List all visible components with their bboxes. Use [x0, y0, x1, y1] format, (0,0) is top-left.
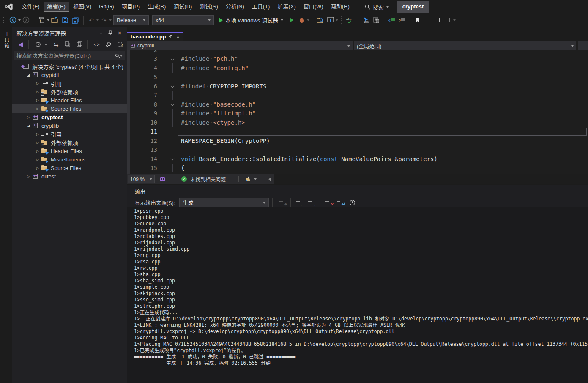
document-outline-button[interactable] — [372, 15, 380, 25]
previous-message-icon[interactable]: ← — [295, 198, 304, 207]
navigate-back-button[interactable] — [8, 15, 17, 25]
previous-bookmark-button[interactable] — [424, 15, 432, 25]
next-message-icon[interactable]: → — [306, 198, 316, 207]
tree-row[interactable]: ▷Miscellaneous — [12, 155, 127, 164]
platform-select[interactable]: x64 — [152, 15, 214, 25]
word-wrap-icon[interactable]: ↵ — [336, 198, 345, 207]
toolbar-overflow-icon[interactable] — [453, 19, 456, 22]
redo-dropdown-icon[interactable] — [109, 19, 112, 22]
collapsed-arrow-icon[interactable]: ▷ — [34, 166, 41, 170]
timestamp-icon[interactable] — [347, 198, 357, 207]
fold-chevron-icon[interactable] — [157, 100, 179, 109]
collapsed-arrow-icon[interactable]: ▷ — [34, 82, 41, 85]
code-cleanup-dropdown-icon[interactable] — [254, 178, 257, 181]
browser-link-dropdown-icon[interactable] — [336, 19, 338, 22]
menu-item[interactable]: 分析(N) — [222, 2, 248, 12]
collapsed-arrow-icon[interactable]: ▷ — [34, 149, 41, 153]
health-check-icon[interactable]: ✓ — [181, 176, 187, 182]
expanded-arrow-icon[interactable]: ◢ — [25, 73, 32, 77]
tree-row[interactable]: ▷Source Files — [12, 104, 127, 113]
pin-tab-icon[interactable] — [169, 34, 173, 39]
navigate-forward-button[interactable] — [22, 15, 30, 25]
tree-row[interactable]: ◢cryptdll — [12, 71, 127, 79]
project-dropdown[interactable]: cryptdll — [127, 41, 353, 50]
tree-row[interactable]: ▷引用 — [12, 79, 127, 88]
spell-check-button[interactable]: abc — [345, 15, 355, 25]
undo-button[interactable]: ↶ — [87, 15, 96, 25]
menu-item[interactable]: 窗口(W) — [300, 2, 327, 12]
collapsed-arrow-icon[interactable]: ▷ — [34, 90, 41, 94]
switch-views-icon[interactable] — [17, 41, 24, 48]
open-folder-button[interactable] — [50, 15, 59, 25]
tree-row[interactable]: ▷Header Files — [12, 96, 127, 104]
tree-row[interactable]: ▷外部依赖项 — [12, 88, 127, 96]
tree-row[interactable]: ▷引用 — [12, 130, 127, 138]
tree-row[interactable]: ▷外部依赖项 — [12, 138, 127, 147]
collapsed-arrow-icon[interactable]: ▷ — [25, 175, 32, 178]
format-document-button[interactable]: ? — [398, 15, 406, 25]
fold-chevron-icon[interactable] — [157, 82, 179, 91]
tree-row[interactable]: ▷Header Files — [12, 147, 127, 155]
collapsed-arrow-icon[interactable]: ▷ — [25, 115, 32, 119]
redo-button[interactable]: ↷ — [100, 15, 108, 25]
output-source-select[interactable]: 生成 — [179, 198, 269, 207]
fold-chevron-icon[interactable] — [157, 154, 179, 164]
menu-item[interactable]: 帮助(H) — [327, 2, 353, 12]
collapsed-arrow-icon[interactable]: ▷ — [34, 132, 41, 136]
scroll-left-icon[interactable] — [268, 177, 271, 181]
menu-item[interactable]: 生成(B) — [144, 2, 170, 12]
menu-item[interactable]: 项目(P) — [118, 2, 144, 12]
solution-name-badge[interactable]: cryptest — [397, 1, 429, 13]
menu-item[interactable]: 工具(T) — [248, 2, 274, 12]
menu-item[interactable]: 文件(F) — [18, 2, 44, 12]
view-code-icon[interactable]: <> — [94, 41, 100, 48]
navigate-back-dropdown-icon[interactable] — [18, 19, 21, 22]
new-project-dropdown-icon[interactable] — [47, 19, 49, 22]
close-button[interactable]: × — [116, 29, 123, 37]
output-log[interactable]: 1>pssr.cpp1>pubkey.cpp1>queue.cpp1>randp… — [127, 207, 588, 383]
member-dropdown[interactable] — [578, 41, 588, 50]
start-debugging-button[interactable]: 本地 Windows 调试器 — [219, 16, 283, 24]
menu-item[interactable]: Git(G) — [95, 2, 118, 12]
copilot-status-icon[interactable] — [160, 177, 165, 181]
hot-reload-dropdown-icon[interactable] — [307, 19, 309, 22]
browser-link-button[interactable] — [326, 15, 335, 25]
tab-basecode-cpp[interactable]: basecode.cpp × — [127, 32, 183, 41]
menu-item[interactable]: 扩展(X) — [273, 2, 299, 12]
collapsed-arrow-icon[interactable]: ▷ — [34, 98, 41, 102]
code-editor[interactable]: 23#include·"pch.h"4#include·"config.h"56… — [127, 50, 588, 174]
pending-changes-filter-icon[interactable] — [35, 41, 41, 48]
collapsed-arrow-icon[interactable]: ▷ — [34, 107, 41, 111]
window-position-menu-icon[interactable] — [97, 29, 105, 37]
tree-row[interactable]: ◢cryptlib — [12, 121, 127, 130]
menu-item[interactable]: 视图(V) — [69, 2, 95, 12]
next-bookmark-button[interactable] — [434, 15, 442, 25]
collapsed-arrow-icon[interactable]: ▷ — [34, 141, 41, 145]
preview-selected-items-icon[interactable] — [76, 41, 82, 48]
save-all-button[interactable] — [71, 15, 80, 25]
toggle-bookmark-button[interactable] — [413, 15, 422, 25]
clear-all-icon[interactable]: × — [324, 198, 333, 207]
collapse-all-icon[interactable] — [65, 41, 71, 48]
tree-row[interactable]: ▷dlltest — [12, 172, 127, 181]
find-message-icon[interactable]: ⌖ — [277, 198, 287, 207]
collapsed-arrow-icon[interactable]: ▷ — [34, 158, 41, 161]
configuration-select[interactable]: Release — [113, 15, 149, 25]
show-all-files-icon[interactable] — [117, 41, 123, 48]
menu-item[interactable]: 编辑(E) — [44, 2, 69, 12]
fold-chevron-icon[interactable] — [157, 55, 179, 64]
toolbox-tab[interactable]: 工具箱 — [0, 27, 13, 53]
menu-item[interactable]: 调试(D) — [170, 2, 196, 12]
sync-with-active-document-icon[interactable]: ⇆ — [53, 41, 59, 48]
clear-bookmarks-button[interactable] — [444, 15, 452, 25]
search-options-icon[interactable] — [120, 55, 123, 58]
horizontal-scrollbar[interactable] — [274, 174, 588, 184]
undo-dropdown-icon[interactable] — [96, 19, 99, 22]
pin-button[interactable] — [107, 29, 114, 37]
new-project-button[interactable] — [38, 15, 46, 25]
filter-dropdown-icon[interactable] — [45, 44, 47, 47]
save-button[interactable] — [61, 15, 69, 25]
menu-item[interactable]: 测试(S) — [196, 2, 222, 12]
start-without-debugging-button[interactable] — [287, 15, 296, 25]
expanded-arrow-icon[interactable]: ◢ — [25, 124, 32, 128]
